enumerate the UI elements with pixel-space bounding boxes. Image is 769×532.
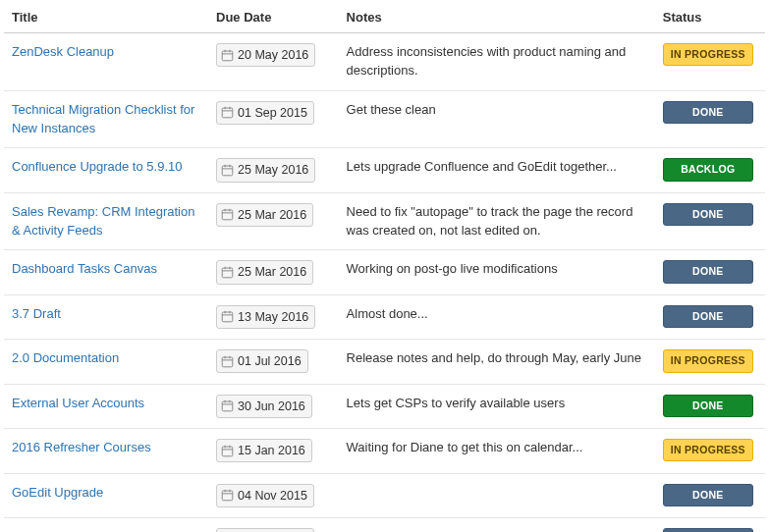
task-title-link[interactable]: Technical Migration Checklist for New In…	[12, 102, 194, 135]
due-date-value: 04 Nov 2015	[238, 487, 307, 505]
task-notes: Almost done...	[339, 294, 655, 339]
svg-rect-16	[222, 268, 233, 278]
task-title-link[interactable]: GoEdit Upgrade	[12, 485, 103, 500]
col-header-due[interactable]: Due Date	[208, 4, 339, 33]
task-notes: Waiting for Diane to get this on calenda…	[339, 429, 655, 473]
due-date-picker[interactable]: 04 Nov 2015	[216, 484, 314, 507]
due-date-picker[interactable]: 01 Sep 2015	[216, 101, 314, 125]
table-row: ZenDesk Cleanup20 May 2016Address incons…	[4, 33, 765, 91]
calendar-icon	[221, 310, 234, 323]
svg-rect-0	[222, 51, 233, 61]
task-notes: Found a decent work around.	[339, 517, 655, 532]
svg-rect-24	[222, 357, 233, 367]
svg-rect-32	[222, 447, 233, 456]
calendar-icon	[221, 399, 234, 412]
svg-rect-8	[222, 166, 233, 176]
table-row: 2016 Refresher Courses15 Jan 2016Waiting…	[4, 429, 765, 473]
calendar-icon	[221, 266, 234, 279]
due-date-value: 01 Jul 2016	[238, 352, 302, 370]
due-date-picker[interactable]: 01 Jul 2016	[216, 349, 308, 373]
due-date-picker[interactable]: 30 Jun 2016	[216, 395, 312, 418]
task-title-link[interactable]: Sales Revamp: CRM Integration & Activity…	[12, 204, 194, 238]
calendar-icon	[221, 208, 234, 221]
due-date-value: 13 May 2016	[238, 308, 308, 326]
due-date-value: 25 Mar 2016	[238, 206, 306, 224]
table-row: Confluence Upgrade to 5.9.1025 May 2016L…	[4, 148, 765, 192]
task-title-link[interactable]: 2016 Refresher Courses	[12, 440, 151, 454]
svg-rect-20	[222, 312, 233, 322]
task-title-link[interactable]: External User Accounts	[12, 396, 144, 410]
task-title-link[interactable]: 3.7 Draft	[12, 306, 61, 321]
status-badge[interactable]: DONE	[663, 203, 753, 226]
table-row: Technical Migration Checklist for New In…	[4, 90, 765, 148]
task-notes: Need to fix "autopage" to track the page…	[339, 192, 655, 250]
due-date-picker[interactable]: 13 May 2016	[216, 305, 315, 329]
due-date-picker[interactable]: 15 Jan 2016	[216, 439, 312, 462]
calendar-icon	[221, 106, 234, 119]
task-notes: Lets get CSPs to verify available users	[339, 384, 655, 428]
due-date-value: 15 Jan 2016	[238, 442, 305, 459]
svg-rect-12	[222, 210, 233, 220]
task-notes: Release notes and help, do through May, …	[339, 340, 655, 384]
task-notes: Working on post-go live modifications	[339, 250, 655, 294]
calendar-icon	[221, 164, 234, 177]
table-row: Dashboard Tasks Canvas25 Mar 2016Working…	[4, 250, 765, 294]
calendar-icon	[221, 489, 234, 502]
due-date-picker[interactable]: 25 May 2016	[216, 158, 315, 182]
col-header-notes[interactable]: Notes	[339, 4, 655, 33]
calendar-icon	[221, 355, 234, 368]
table-header-row: Title Due Date Notes Status	[4, 4, 765, 33]
table-row: External User Accounts30 Jun 2016Lets ge…	[4, 384, 765, 428]
due-date-picker[interactable]: 20 May 2016	[216, 43, 315, 67]
svg-rect-28	[222, 401, 233, 411]
task-title-link[interactable]: ZenDesk Cleanup	[12, 44, 114, 59]
svg-rect-36	[222, 491, 233, 501]
task-notes: Lets upgrade Confluence and GoEdit toget…	[339, 148, 655, 192]
due-date-value: 25 Mar 2016	[238, 263, 306, 281]
svg-rect-4	[222, 108, 233, 118]
table-row: GoEdit Upgrade04 Nov 2015DONE	[4, 473, 765, 517]
status-badge[interactable]: IN PROGRESS	[663, 439, 753, 461]
status-badge[interactable]: IN PROGRESS	[663, 349, 753, 372]
status-badge[interactable]: IN PROGRESS	[663, 43, 753, 66]
status-badge[interactable]: DONE	[663, 484, 753, 506]
task-title-link[interactable]: Confluence Upgrade to 5.9.10	[12, 159, 182, 174]
status-badge[interactable]: DONE	[663, 528, 753, 532]
col-header-title[interactable]: Title	[4, 4, 208, 33]
due-date-picker[interactable]: 04 Dec 2015	[216, 528, 314, 532]
status-badge[interactable]: DONE	[663, 305, 753, 328]
due-date-value: 25 May 2016	[238, 161, 308, 179]
task-notes	[339, 473, 655, 517]
due-date-value: 01 Sep 2015	[238, 104, 307, 122]
table-row: 2.0 Documentation01 Jul 2016Release note…	[4, 340, 765, 384]
task-title-link[interactable]: 2.0 Documentation	[12, 350, 119, 365]
table-row: 3.7 Draft13 May 2016Almost done...DONE	[4, 294, 765, 339]
calendar-icon	[221, 445, 234, 457]
due-date-value: 20 May 2016	[238, 46, 308, 64]
status-badge[interactable]: DONE	[663, 260, 753, 283]
status-badge[interactable]: DONE	[663, 101, 753, 124]
due-date-picker[interactable]: 25 Mar 2016	[216, 260, 313, 284]
status-badge[interactable]: DONE	[663, 395, 753, 417]
table-row: Help Search Problems04 Dec 2015Found a d…	[4, 517, 765, 532]
due-date-picker[interactable]: 25 Mar 2016	[216, 203, 313, 227]
due-date-value: 30 Jun 2016	[238, 398, 305, 415]
status-badge[interactable]: BACKLOG	[663, 158, 753, 181]
calendar-icon	[221, 49, 234, 62]
task-notes: Get these clean	[339, 90, 655, 148]
col-header-status[interactable]: Status	[655, 4, 765, 33]
task-table: Title Due Date Notes Status ZenDesk Clea…	[4, 4, 765, 532]
task-title-link[interactable]: Dashboard Tasks Canvas	[12, 261, 157, 276]
task-notes: Address inconsistencies with product nam…	[339, 33, 655, 91]
table-row: Sales Revamp: CRM Integration & Activity…	[4, 192, 765, 250]
